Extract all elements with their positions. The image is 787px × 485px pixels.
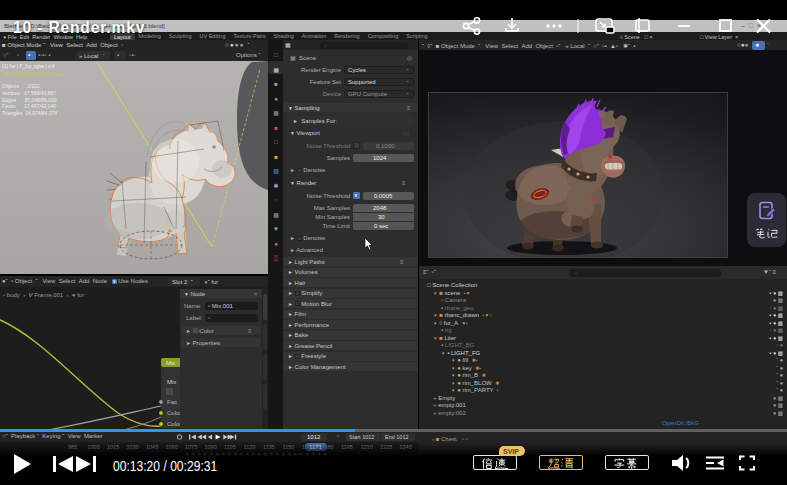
svg-text:Mix: Mix xyxy=(166,360,175,366)
svg-text:Fac: Fac xyxy=(167,399,177,405)
svg-text:Mix: Mix xyxy=(167,379,176,385)
